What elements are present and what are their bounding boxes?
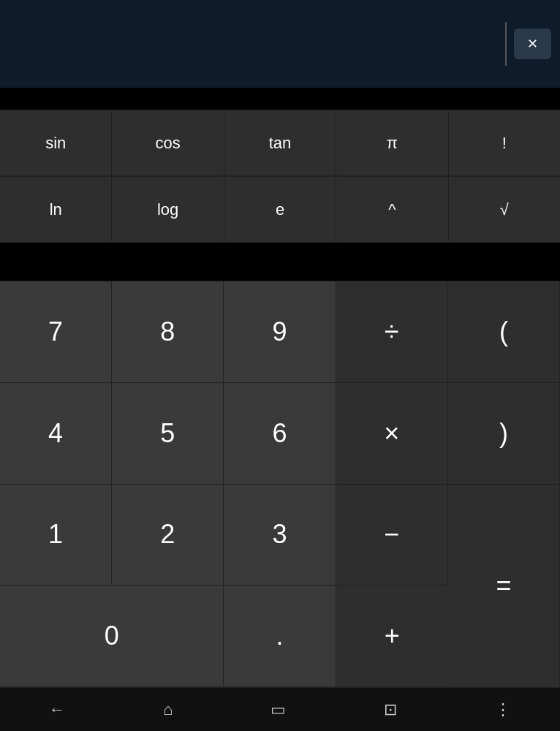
e-button[interactable]: e [224, 177, 336, 243]
tan-button[interactable]: tan [224, 110, 336, 176]
key-close-paren[interactable]: ) [448, 383, 560, 485]
numpad-grid: 7 8 9 ÷ ( 4 5 6 × ) 1 2 3 − = 0 . + [0, 281, 560, 687]
log-button[interactable]: log [112, 177, 224, 243]
back-icon: ← [49, 700, 65, 719]
nav-bar: ← ⌂ ▭ ⊡ ⋮ [0, 687, 560, 731]
cos-button[interactable]: cos [112, 110, 224, 176]
key-add[interactable]: + [336, 586, 448, 687]
recent-icon: ▭ [270, 700, 286, 719]
key-4[interactable]: 4 [0, 383, 112, 485]
power-button[interactable]: ^ [336, 177, 448, 243]
nav-recent-button[interactable]: ▭ [259, 694, 298, 725]
key-5[interactable]: 5 [112, 383, 224, 485]
nav-back-button[interactable]: ← [37, 694, 77, 725]
key-subtract[interactable]: − [336, 485, 448, 586]
scientific-section: sin cos tan π ! ln log e ^ √ [0, 110, 560, 243]
nav-more-button[interactable]: ⋮ [483, 694, 523, 725]
scientific-row-2: ln log e ^ √ [0, 176, 560, 243]
backspace-button[interactable]: ✕ [514, 29, 551, 59]
ln-button[interactable]: ln [0, 177, 112, 243]
key-8[interactable]: 8 [112, 281, 224, 383]
key-0[interactable]: 0 [0, 586, 224, 687]
display-divider [505, 22, 507, 66]
gap-2 [0, 243, 560, 281]
key-6[interactable]: 6 [224, 383, 336, 485]
gap-1 [0, 88, 560, 110]
key-dot[interactable]: . [224, 586, 336, 687]
display-area: ✕ [0, 0, 560, 88]
home-icon: ⌂ [163, 700, 173, 719]
display-input[interactable] [9, 31, 498, 58]
key-1[interactable]: 1 [0, 485, 112, 586]
qr-icon: ⊡ [384, 700, 397, 719]
factorial-button[interactable]: ! [449, 110, 560, 176]
key-3[interactable]: 3 [224, 485, 336, 586]
key-divide[interactable]: ÷ [336, 281, 448, 383]
scientific-row-1: sin cos tan π ! [0, 110, 560, 176]
key-multiply[interactable]: × [336, 383, 448, 485]
pi-button[interactable]: π [336, 110, 448, 176]
nav-qr-button[interactable]: ⊡ [372, 694, 409, 725]
key-equals[interactable]: = [448, 485, 560, 688]
key-7[interactable]: 7 [0, 281, 112, 383]
key-9[interactable]: 9 [224, 281, 336, 383]
key-2[interactable]: 2 [112, 485, 224, 586]
backspace-icon: ✕ [527, 36, 538, 52]
nav-home-button[interactable]: ⌂ [151, 694, 184, 725]
key-open-paren[interactable]: ( [448, 281, 560, 383]
sqrt-button[interactable]: √ [449, 177, 560, 243]
more-icon: ⋮ [495, 700, 511, 719]
sin-button[interactable]: sin [0, 110, 112, 176]
